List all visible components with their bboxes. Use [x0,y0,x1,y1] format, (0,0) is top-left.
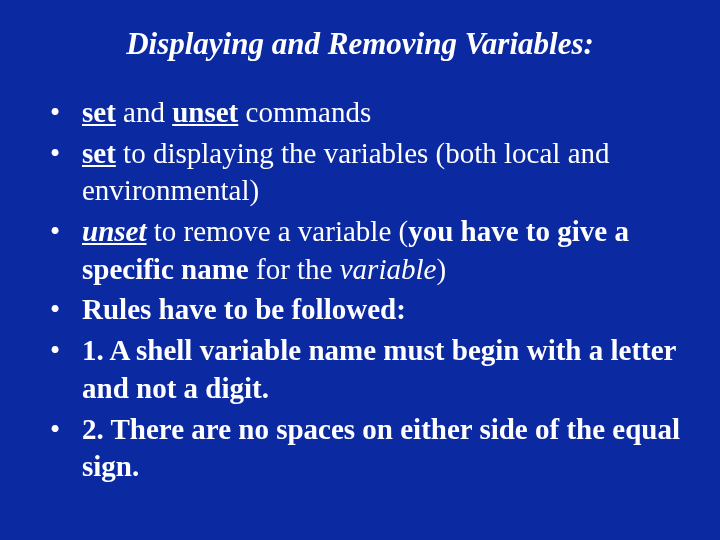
text-bold: Rules have to be followed: [82,293,406,325]
text: ) [436,253,446,285]
text: for the [249,253,340,285]
text: commands [238,96,371,128]
bullet-list: set and unset commands set to displaying… [40,94,680,486]
list-item: 2. There are no spaces on either side of… [40,411,680,486]
list-item: unset to remove a variable (you have to … [40,213,680,288]
list-item: set and unset commands [40,94,680,132]
list-item: 1. A shell variable name must begin with… [40,332,680,407]
cmd-unset: unset [172,96,238,128]
text: to displaying the variables (both local … [82,137,610,207]
cmd-unset: unset [82,215,146,247]
list-item: set to displaying the variables (both lo… [40,135,680,210]
text-bold: 1. A shell variable name must begin with… [82,334,676,404]
text: to remove a variable ( [146,215,408,247]
list-item: Rules have to be followed: [40,291,680,329]
cmd-set: set [82,96,116,128]
slide-title: Displaying and Removing Variables: [40,26,680,62]
cmd-set: set [82,137,116,169]
text: and [116,96,172,128]
text-italic: variable [340,253,437,285]
text-bold: 2. There are no spaces on either side of… [82,413,680,483]
